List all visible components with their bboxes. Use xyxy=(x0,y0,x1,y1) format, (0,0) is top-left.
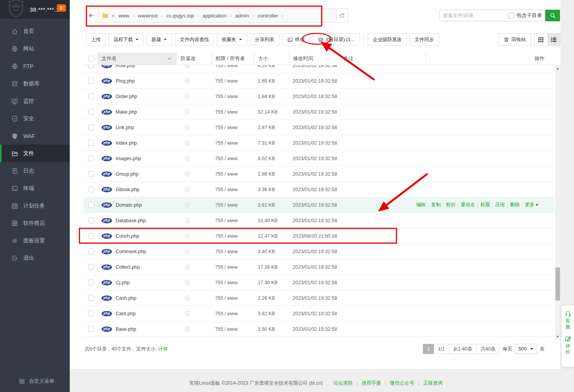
row-checkbox[interactable] xyxy=(88,249,94,254)
row-checkbox[interactable] xyxy=(88,155,94,161)
file-name[interactable]: Images.php xyxy=(115,156,141,161)
row-checkbox[interactable] xyxy=(88,233,94,239)
table-row[interactable]: phpRole.php755 / www4.20 KB2023/01/02 19… xyxy=(83,65,554,73)
file-name[interactable]: Role.php xyxy=(115,65,135,68)
header-mtime[interactable]: 修改时间 xyxy=(289,52,339,65)
file-sync-button[interactable]: 文件同步 xyxy=(410,33,439,46)
table-row[interactable]: phpCard.php755 / www3.82 KB2023/01/02 19… xyxy=(83,306,554,321)
header-size[interactable]: 大小 xyxy=(254,52,289,65)
header-permission[interactable]: 权限 / 所有者 xyxy=(211,52,254,65)
row-checkbox[interactable] xyxy=(88,93,94,99)
table-row[interactable]: phpGroup.php755 / www2.88 KB2023/01/02 1… xyxy=(83,166,554,182)
row-action-delete[interactable]: 删除 xyxy=(510,202,520,208)
sidebar-item-security[interactable]: 安全 xyxy=(0,110,70,127)
row-checkbox[interactable] xyxy=(88,280,94,285)
table-row[interactable]: phpMake.php755 / www32.14 KB2023/01/02 1… xyxy=(83,104,554,120)
table-row[interactable]: phpLink.php755 / www2.87 KB2023/01/02 19… xyxy=(83,120,554,135)
table-row[interactable]: phpDatabase.php755 / www10.40 KB2023/01/… xyxy=(83,213,554,228)
per-page-select[interactable]: 500 xyxy=(515,344,537,354)
search-button[interactable] xyxy=(545,10,560,21)
sidebar-item-site[interactable]: 网站 xyxy=(0,40,70,57)
row-action-more[interactable]: 更多 xyxy=(525,202,534,208)
row-checkbox[interactable] xyxy=(88,187,94,192)
row-checkbox[interactable] xyxy=(88,109,94,115)
file-name[interactable]: Collect.php xyxy=(115,264,140,270)
sidebar-item-settings[interactable]: 面板设置 xyxy=(0,232,70,249)
header-note[interactable]: 备注 xyxy=(339,52,426,65)
sidebar-item-logout[interactable]: 退出 xyxy=(0,249,70,267)
table-row[interactable]: phpPlog.php755 / www1.65 KB2023/01/02 19… xyxy=(83,73,554,89)
sidebar-item-ftp[interactable]: FTP xyxy=(0,57,70,75)
row-checkbox[interactable] xyxy=(88,78,94,84)
table-row[interactable]: phpIndex.php755 / www7.31 KB2023/01/02 1… xyxy=(83,135,554,151)
terminal-button[interactable]: 终端 xyxy=(282,33,310,46)
file-name[interactable]: Comment.php xyxy=(115,249,146,254)
breadcrumb-item[interactable]: wwwroot xyxy=(138,13,158,19)
table-row[interactable]: phpCollect.php755 / www17.28 KB2023/01/0… xyxy=(83,259,554,275)
file-name[interactable]: Cash.php xyxy=(115,295,136,301)
file-name[interactable]: Make.php xyxy=(115,109,137,115)
table-row[interactable]: phpComment.php755 / www3.40 KB2023/01/02… xyxy=(83,244,554,259)
sidebar-item-cron[interactable]: 计划任务 xyxy=(0,197,70,214)
breadcrumb-item[interactable]: controller xyxy=(257,13,278,19)
sidebar-item-appstore[interactable]: 软件商店 xyxy=(0,214,70,232)
header-tamper[interactable]: 防篡改 xyxy=(176,52,211,65)
share-list-button[interactable]: 分享列表 xyxy=(250,33,279,46)
row-action-permission[interactable]: 权限 xyxy=(480,202,490,208)
row-action-cut[interactable]: 剪切 xyxy=(446,202,455,208)
footer-link-wechat-official[interactable]: 微信公众号 xyxy=(390,380,414,386)
file-name[interactable]: Index.php xyxy=(115,140,137,146)
table-row[interactable]: phpGbook.php755 / www3.36 KB2023/01/02 1… xyxy=(83,182,554,197)
row-checkbox[interactable] xyxy=(88,140,94,146)
table-row[interactable]: phpBase.php755 / www3.50 KB2023/01/02 19… xyxy=(83,321,554,337)
sidebar-item-terminal[interactable]: 终端 xyxy=(0,180,70,197)
row-checkbox[interactable] xyxy=(88,264,94,270)
file-name[interactable]: Plog.php xyxy=(115,78,134,84)
sidebar-item-waf[interactable]: WAF xyxy=(0,127,70,145)
file-name[interactable]: Domain.php xyxy=(115,202,141,208)
row-checkbox[interactable] xyxy=(88,218,94,223)
row-checkbox[interactable] xyxy=(88,65,94,68)
breadcrumb-item[interactable]: www xyxy=(119,13,129,19)
footer-link-genuine-check[interactable]: 正版查询 xyxy=(423,380,443,386)
table-row[interactable]: phpCj.php755 / www17.30 KB2023/01/02 19:… xyxy=(83,275,554,290)
scroll-up-arrow[interactable]: ▲ xyxy=(555,66,560,71)
footer-link-user-manual[interactable]: 使用手册 xyxy=(362,380,381,386)
row-checkbox[interactable] xyxy=(88,295,94,301)
file-name[interactable]: Cj.php xyxy=(115,280,129,285)
breadcrumb-collapse[interactable]: « xyxy=(112,12,115,19)
scrollbar-thumb[interactable] xyxy=(555,268,560,300)
anti-tamper-button[interactable]: 企业级防篡改 xyxy=(368,33,407,46)
table-row[interactable]: phpOrder.php755 / www1.84 KB2023/01/02 1… xyxy=(83,89,554,104)
row-checkbox[interactable] xyxy=(88,311,94,316)
rate-button[interactable]: 评价 xyxy=(565,335,571,355)
table-row[interactable]: phpImages.php755 / www8.02 KB2023/01/02 … xyxy=(83,151,554,166)
file-name[interactable]: Base.php xyxy=(115,326,136,332)
refresh-button[interactable] xyxy=(336,9,348,22)
sidebar-item-database[interactable]: 数据库 xyxy=(0,75,70,92)
file-name[interactable]: Link.php xyxy=(115,125,134,130)
file-name[interactable]: Group.php xyxy=(115,171,138,177)
table-row[interactable]: phpConch.php755 / www12.47 KB2023/08/20 … xyxy=(83,228,554,244)
row-checkbox[interactable] xyxy=(88,326,94,332)
select-all-checkbox[interactable] xyxy=(88,56,94,62)
favorites-button[interactable]: 收藏夹 xyxy=(217,33,247,46)
customer-service-button[interactable]: 客服 xyxy=(565,310,571,330)
new-button[interactable]: 新建 xyxy=(147,33,172,46)
page-1-button[interactable]: 1 xyxy=(423,344,434,354)
sidebar-item-files[interactable]: 文件 xyxy=(0,145,70,162)
message-count-badge[interactable]: 0 xyxy=(57,4,66,12)
back-button[interactable] xyxy=(84,9,98,22)
row-checkbox[interactable] xyxy=(88,171,94,177)
file-name[interactable]: Order.php xyxy=(115,94,137,99)
table-row[interactable]: phpCash.php755 / www2.26 KB2023/01/02 19… xyxy=(83,290,554,306)
file-name[interactable]: Database.php xyxy=(115,218,146,223)
scroll-down-arrow[interactable]: ▼ xyxy=(555,334,560,339)
breadcrumb[interactable]: « www›wwwroot›cs.qsgys.top›application›a… xyxy=(98,9,336,22)
row-action-rename[interactable]: 重命名 xyxy=(461,202,476,208)
row-checkbox[interactable] xyxy=(88,202,94,208)
file-name[interactable]: Conch.php xyxy=(115,233,139,239)
breadcrumb-item[interactable]: application xyxy=(203,13,227,19)
recycle-bin-button[interactable]: 回收站 xyxy=(498,33,531,46)
grid-view-button[interactable] xyxy=(534,34,547,45)
